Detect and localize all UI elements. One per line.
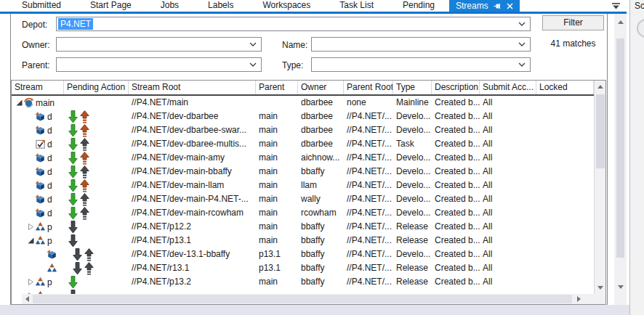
submit-cell: All <box>480 123 536 137</box>
table-horizontal-scrollbar[interactable] <box>12 294 594 304</box>
table-vertical-scrollbar[interactable] <box>594 81 605 294</box>
table-row[interactable]: //P4.NET/r13.1p13.1bbaffy//P4.NET/...Rel… <box>12 261 594 275</box>
scrollbar-thumb[interactable] <box>33 295 572 303</box>
root-cell: //P4.NET/dev-dbarbee-swar... <box>129 123 256 137</box>
scroll-down-button[interactable] <box>615 282 626 292</box>
column-header-submit-acc[interactable]: Submit Acc... <box>480 81 536 94</box>
parent-root-cell: //P4.NET/... <box>344 179 393 192</box>
submit-cell: All <box>480 179 536 192</box>
stream-name: main <box>35 98 55 108</box>
column-header-type[interactable]: Type <box>393 81 432 94</box>
pin-icon[interactable] <box>494 2 502 10</box>
owner-cell: rcowham <box>298 206 344 220</box>
parent-root-cell: //P4.NET/... <box>344 137 393 151</box>
table-row[interactable]: p//P4.NET/p12.2mainbbaffy//P4.NET/...Rel… <box>12 220 594 234</box>
expander-expanded-icon[interactable] <box>28 237 35 244</box>
down-gray-arrow-icon <box>73 262 82 275</box>
tab-streams-active[interactable]: Streams <box>449 0 520 12</box>
parent-combobox[interactable] <box>56 57 262 72</box>
table-row[interactable]: p//P4.NET/p13.1mainbbaffy//P4.NET/...Rel… <box>12 234 594 248</box>
circle-icon[interactable] <box>637 19 644 38</box>
locked-cell <box>536 261 594 275</box>
stream-cell: main <box>12 97 64 108</box>
stream-cell: d <box>12 139 64 150</box>
scrollbar-thumb[interactable] <box>616 38 624 258</box>
submit-cell: All <box>480 248 536 261</box>
scroll-up-button[interactable] <box>595 81 605 92</box>
owner-cell <box>298 289 344 294</box>
stream-name: p <box>47 236 52 246</box>
expander-expanded-icon[interactable] <box>16 99 23 106</box>
parent-root-cell: //P4.NET/... <box>344 123 393 137</box>
table-row[interactable]: p//P4.NET/p13.2mainbbaffy//P4.NET/...Rel… <box>12 275 594 289</box>
tab-labels[interactable]: Labels <box>193 0 248 12</box>
down-green-arrow-icon <box>68 179 78 192</box>
tab-start-page[interactable]: Start Page <box>76 0 146 12</box>
table-row[interactable]: d//P4.NET/dev-main-bbaffymainbbaffy//P4.… <box>12 165 594 179</box>
depot-combobox[interactable]: P4.NET <box>56 17 531 31</box>
up-gray-arrow-icon <box>80 193 89 206</box>
parent-root-cell: //P4.NET/... <box>344 248 393 261</box>
column-header-owner[interactable]: Owner <box>298 81 344 94</box>
description-cell: Created b... <box>432 261 480 275</box>
table-row[interactable]: //P4.NET/dev-13.1-bbaffyp13.1bbaffy//P4.… <box>12 248 594 261</box>
scrollbar-thumb[interactable] <box>596 94 605 168</box>
owner-cell: bbaffy <box>298 220 344 234</box>
panel-vertical-scrollbar[interactable] <box>614 14 627 305</box>
table-row[interactable] <box>12 289 594 294</box>
scroll-left-button[interactable] <box>22 294 32 304</box>
down-green-arrow-icon <box>68 110 78 123</box>
locked-cell <box>536 234 594 248</box>
locked-cell <box>536 151 594 165</box>
tab-bar: SubmittedStart PageJobsLabelsWorkspacesT… <box>0 0 627 12</box>
parent-cell: p13.1 <box>256 261 298 275</box>
locked-cell <box>536 165 594 179</box>
stream-cell: d <box>12 111 64 122</box>
depot-label: Depot: <box>22 20 47 30</box>
expander-collapsed-icon[interactable] <box>28 224 35 230</box>
table-row[interactable]: d//P4.NET/dev-dbaree-multis...maindbarbe… <box>12 137 594 151</box>
column-header-description[interactable]: Description <box>432 81 480 94</box>
locked-cell <box>536 123 594 137</box>
up-orange-arrow-icon <box>80 152 89 165</box>
submit-cell: All <box>480 165 536 179</box>
owner-cell: dbarbee <box>298 137 344 151</box>
tab-workspaces[interactable]: Workspaces <box>248 0 325 12</box>
owner-combobox[interactable] <box>56 37 262 52</box>
tab-task-list[interactable]: Task List <box>325 0 388 12</box>
scroll-down-button[interactable] <box>595 282 605 293</box>
column-header-locked[interactable]: Locked <box>536 81 594 94</box>
tab-submitted[interactable]: Submitted <box>7 0 76 12</box>
filter-button[interactable]: Filter <box>542 15 604 30</box>
column-header-stream[interactable]: Stream <box>12 81 64 94</box>
table-row[interactable]: d//P4.NET/dev-main-P4.NET-...mainwally//… <box>12 192 594 206</box>
release-stream-icon <box>35 235 47 246</box>
column-header-stream-root[interactable]: Stream Root <box>129 81 256 94</box>
type-combobox[interactable] <box>311 57 531 72</box>
scrollbar-corner <box>594 294 605 304</box>
pending-action-cell <box>64 110 129 123</box>
name-combobox[interactable] <box>311 37 531 52</box>
parent-cell: main <box>256 206 298 220</box>
table-row[interactable]: d//P4.NET/dev-dbarbee-swar...maindbarbee… <box>12 123 594 137</box>
table-row[interactable]: d//P4.NET/dev-main-amymainaichnow...//P4… <box>12 151 594 165</box>
column-header-pending-action[interactable]: Pending Action <box>64 81 129 94</box>
column-header-parent-root[interactable]: Parent Root <box>344 81 393 94</box>
table-row[interactable]: main//P4.NET/maindbarbeenoneMainlineCrea… <box>12 96 594 110</box>
tab-overflow-menu-icon[interactable] <box>611 2 621 10</box>
down-green-arrow-icon <box>68 152 78 165</box>
table-row[interactable]: d//P4.NET/dev-dbarbeemaindbarbee//P4.NET… <box>12 110 594 123</box>
scroll-right-button[interactable] <box>573 294 584 304</box>
tab-jobs[interactable]: Jobs <box>146 0 193 12</box>
close-icon[interactable] <box>507 3 513 9</box>
table-row[interactable]: d//P4.NET/dev-main-rcowhammainrcowham//P… <box>12 206 594 220</box>
scroll-up-button[interactable] <box>615 17 626 28</box>
parent-root-cell: //P4.NET/... <box>344 165 393 179</box>
expander-collapsed-icon[interactable] <box>28 279 35 285</box>
root-cell: //P4.NET/p12.2 <box>129 220 256 234</box>
table-row[interactable]: d//P4.NET/dev-main-llammainllam//P4.NET/… <box>12 179 594 192</box>
owner-cell: aichnow... <box>298 151 344 165</box>
tab-pending[interactable]: Pending <box>388 0 449 12</box>
column-header-parent[interactable]: Parent <box>256 81 298 94</box>
up-gray-arrow-icon <box>84 262 94 275</box>
